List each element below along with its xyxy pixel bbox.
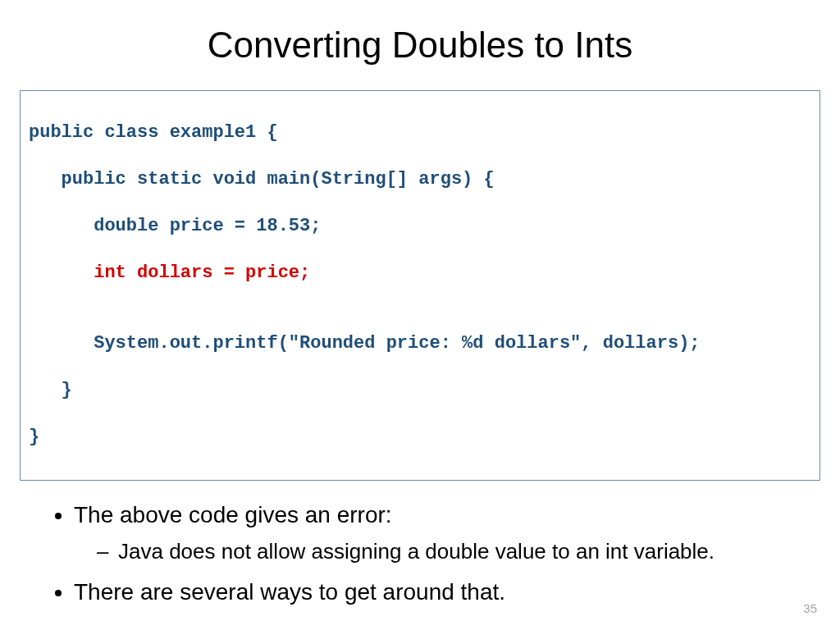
code-line-6: System.out.printf("Rounded price: %d dol… bbox=[29, 332, 811, 356]
code-line-4-error: int dollars = price; bbox=[29, 262, 811, 285]
bullet-item-2: There are several ways to get around tha… bbox=[74, 578, 791, 607]
page-number: 35 bbox=[803, 601, 817, 615]
code-block: public class example1 { public static vo… bbox=[20, 90, 820, 481]
sub-bullet-1: Java does not allow assigning a double v… bbox=[97, 538, 791, 566]
sub-bullet-list-1: Java does not allow assigning a double v… bbox=[97, 538, 791, 566]
code-line-7: } bbox=[29, 379, 811, 403]
bullet-item-1: The above code gives an error: Java does… bbox=[74, 500, 791, 566]
code-line-8: } bbox=[29, 426, 811, 450]
bullet-text-2: There are several ways to get around tha… bbox=[74, 579, 505, 605]
code-line-3: double price = 18.53; bbox=[29, 215, 811, 239]
slide-title: Converting Doubles to Ints bbox=[0, 0, 840, 82]
bullet-list: The above code gives an error: Java does… bbox=[49, 500, 791, 608]
bullet-text-1: The above code gives an error: bbox=[74, 502, 392, 527]
code-line-1: public class example1 { bbox=[29, 121, 811, 145]
code-line-2: public static void main(String[] args) { bbox=[29, 168, 811, 192]
